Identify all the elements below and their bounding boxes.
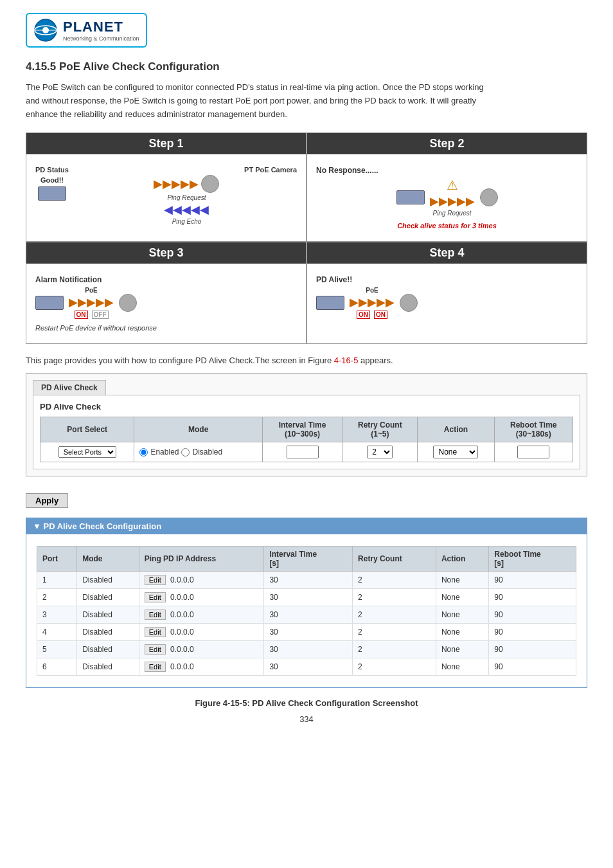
camera-icon-step1 [201,175,219,193]
on2-badge-step4: ON [374,311,387,319]
camera-icon-step3 [119,294,137,312]
config-mode-3: Disabled [77,606,139,624]
config-col-mode: Mode [77,547,139,572]
arrows-step3: ▶▶▶▶▶ [69,295,114,309]
col-mode: Mode [134,417,262,442]
step3-header: Step 3 [26,242,306,264]
edit-btn-3[interactable]: Edit [145,610,166,620]
config-table-row: 5 Disabled Edit 0.0.0.0 30 2 None 90 [37,641,576,658]
steps-grid: Step 1 PD Status Good!! PT PoE Camera ▶▶… [26,132,587,344]
config-action-6: None [436,658,488,676]
col-interval-time: Interval Time(10~300s) [262,417,342,442]
logo-area: PLANET Networking & Communication [26,13,587,48]
config-ip-3: Edit 0.0.0.0 [139,606,264,624]
camera-icon-step2 [480,188,498,206]
config-col-ping-ip: Ping PD IP Address [139,547,264,572]
config-interval-4: 30 [264,624,353,641]
config-table-row: 2 Disabled Edit 0.0.0.0 30 2 None 90 [37,589,576,606]
step3-content: Alarm Notification PoE ▶▶▶▶▶ ON OFF Rest… [26,264,306,343]
step2-box: Step 2 No Response...... ⚠ ▶▶▶▶▶ Ping Re… [307,133,587,241]
step1-header: Step 1 [26,133,306,154]
apply-button[interactable]: Apply [26,493,68,508]
info-link[interactable]: 4-16-5 [334,356,359,365]
restart-text: Restart PoE device if without response [35,324,157,332]
reboot-time-input[interactable]: 90 [517,446,549,458]
mode-enabled-label: Enabled [150,448,179,457]
config-interval-1: 30 [264,572,353,589]
config-section: ▼ PD Alive Check Configuration Port Mode… [26,518,587,688]
arrows-right-step1: ▶▶▶▶▶ [154,177,199,191]
pd-alive-check-tab[interactable]: PD Alive Check [33,380,106,395]
warning-icon: ⚠ [447,177,458,193]
config-ip-5: Edit 0.0.0.0 [139,641,264,658]
off-badge-step3: OFF [92,311,109,319]
config-retry-4: 2 [353,624,436,641]
config-col-reboot: Reboot Time[s] [489,547,576,572]
step3-box: Step 3 Alarm Notification PoE ▶▶▶▶▶ ON O… [26,242,306,343]
config-table: Port Mode Ping PD IP Address Interval Ti… [37,546,576,676]
pd-alive-check-container: PD Alive Check PD Alive Check Port Selec… [26,373,587,476]
config-col-interval: Interval Time[s] [264,547,353,572]
ping-request-step1: Ping Request [167,194,206,201]
port-select-dropdown[interactable]: Select Ports [58,446,116,458]
config-retry-5: 2 [353,641,436,658]
edit-btn-1[interactable]: Edit [145,575,166,585]
config-mode-4: Disabled [77,624,139,641]
switch-icon-step1 [38,186,66,201]
step2-content: No Response...... ⚠ ▶▶▶▶▶ Ping Request C… [307,154,587,241]
pd-good-label: Good!! [40,176,64,184]
config-reboot-2: 90 [489,589,576,606]
config-interval-6: 30 [264,658,353,676]
config-mode-5: Disabled [77,641,139,658]
config-action-5: None [436,641,488,658]
config-ip-6: Edit 0.0.0.0 [139,658,264,676]
pd-alive-form-table: Port Select Mode Interval Time(10~300s) … [40,417,573,462]
mode-disabled-radio[interactable] [181,448,190,457]
switch-icon-step4 [316,296,344,310]
config-reboot-1: 90 [489,572,576,589]
ping-request-step2: Ping Request [432,210,471,217]
step1-content: PD Status Good!! PT PoE Camera ▶▶▶▶▶ Pin… [26,154,306,237]
ping-echo-step1: Ping Echo [172,218,202,225]
config-interval-3: 30 [264,606,353,624]
config-action-4: None [436,624,488,641]
config-retry-3: 2 [353,606,436,624]
config-port-1: 1 [37,572,77,589]
on1-badge-step4: ON [357,311,370,319]
edit-btn-6[interactable]: Edit [145,662,166,672]
mode-enabled-radio[interactable] [139,448,148,457]
poe-label-step4: PoE [366,287,378,294]
config-table-row: 4 Disabled Edit 0.0.0.0 30 2 None 90 [37,624,576,641]
retry-count-select[interactable]: 2 1 3 4 5 [367,446,393,458]
config-col-retry: Retry Count [353,547,436,572]
col-retry-count: Retry Count(1~5) [342,417,418,442]
section-title: 4.15.5 PoE Alive Check Configuration [26,60,587,73]
pd-alive-check-form-title: PD Alive Check [40,402,573,411]
config-col-action: Action [436,547,488,572]
config-table-row: 1 Disabled Edit 0.0.0.0 30 2 None 90 [37,572,576,589]
edit-btn-4[interactable]: Edit [145,627,166,637]
config-ip-4: Edit 0.0.0.0 [139,624,264,641]
config-table-row: 3 Disabled Edit 0.0.0.0 30 2 None 90 [37,606,576,624]
step4-box: Step 4 PD Alive!! PoE ▶▶▶▶▶ ON ON [307,242,587,343]
config-port-5: 5 [37,641,77,658]
config-ip-2: Edit 0.0.0.0 [139,589,264,606]
arrows-step4: ▶▶▶▶▶ [350,295,395,309]
switch-icon-step2 [396,190,425,204]
edit-btn-2[interactable]: Edit [145,592,166,602]
interval-time-input[interactable]: 30 [287,446,319,458]
config-retry-1: 2 [353,572,436,589]
action-select[interactable]: None Alarm Reboot [433,446,478,458]
info-text: This page provides you with how to confi… [26,356,587,365]
config-col-port: Port [37,547,77,572]
config-retry-2: 2 [353,589,436,606]
switch-icon-step3 [35,296,64,310]
config-section-header: ▼ PD Alive Check Configuration [26,518,587,534]
config-reboot-6: 90 [489,658,576,676]
edit-btn-5[interactable]: Edit [145,644,166,655]
col-reboot-time: Reboot Time(30~180s) [494,417,573,442]
config-port-3: 3 [37,606,77,624]
config-retry-6: 2 [353,658,436,676]
pd-alive-label: PD Alive!! [316,275,352,284]
pd-status-label: PD Status [35,166,69,174]
